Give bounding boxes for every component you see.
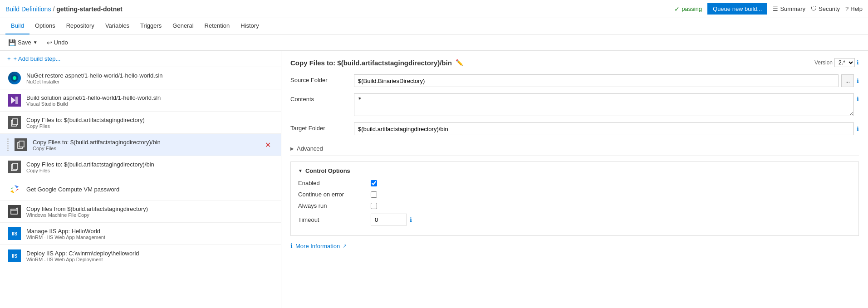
google-icon [7, 182, 22, 196]
tab-variables[interactable]: Variables [100, 18, 135, 34]
always-run-row: Always run [298, 202, 851, 209]
main-content: + + Add build step... NuGet restore aspn… [0, 51, 868, 308]
list-item[interactable]: Copy Files to: $(build.artifactstagingdi… [0, 156, 281, 178]
always-run-label: Always run [298, 202, 371, 209]
edit-title-icon[interactable]: ✏️ [456, 59, 463, 66]
step-subtitle: WinRM - IIS Web App Management [26, 235, 274, 240]
version-select[interactable]: 2.* 1.* [834, 58, 855, 67]
source-folder-browse-button[interactable]: ... [841, 74, 854, 87]
svg-rect-7 [13, 163, 18, 169]
source-folder-info-icon[interactable]: ℹ [857, 78, 859, 84]
header-right: ✓ passing Queue new build... ☰ Summary 🛡… [674, 3, 863, 15]
security-label: Security [819, 5, 840, 12]
iis-deploy-icon: IIS [7, 249, 22, 263]
contents-label: Contents [290, 93, 354, 103]
summary-label: Summary [780, 5, 805, 12]
step-title: Get Google Compute VM password [26, 186, 274, 193]
breadcrumb: Build Definitions / getting-started-dotn… [5, 5, 674, 13]
source-folder-label: Source Folder [290, 74, 354, 83]
help-link[interactable]: ? Help [845, 5, 863, 12]
continue-on-error-checkbox[interactable] [371, 191, 377, 198]
page-title: getting-started-dotnet [56, 5, 122, 13]
advanced-section-header[interactable]: ▶ Advanced [290, 142, 859, 156]
timeout-row: Timeout ℹ [298, 214, 851, 225]
breadcrumb-separator: / [53, 5, 54, 13]
step-title: Copy Files to: $(build.artifactstagingdi… [26, 161, 274, 168]
help-label: Help [850, 5, 863, 12]
step-subtitle: Copy Files [26, 123, 274, 129]
help-icon: ? [845, 5, 848, 12]
step-title: Manage IIS App: HelloWorld [26, 228, 274, 235]
vs-icon [7, 93, 22, 108]
delete-step-button[interactable]: ✕ [262, 140, 274, 150]
nuget-icon [7, 71, 22, 85]
timeout-label: Timeout [298, 216, 371, 223]
tab-repository[interactable]: Repository [61, 18, 100, 34]
security-link[interactable]: 🛡 Security [811, 5, 840, 12]
tab-triggers[interactable]: Triggers [135, 18, 167, 34]
advanced-label: Advanced [297, 145, 323, 152]
step-text: Copy files from $(build.artifactstagingd… [26, 205, 274, 218]
undo-icon: ↩ [47, 39, 52, 46]
list-item[interactable]: Copy files from $(build.artifactstagingd… [0, 200, 281, 223]
step-title: NuGet restore aspnet/1-hello-world/1-hel… [26, 72, 274, 79]
contents-textarea[interactable]: * [354, 93, 854, 116]
step-title: Deploy IIS App: C:\winrm\deploy\hellowor… [26, 250, 274, 257]
list-item[interactable]: Build solution aspnet/1-hello-world/1-he… [0, 89, 281, 112]
enabled-checkbox[interactable] [371, 180, 377, 186]
contents-info-icon[interactable]: ℹ [857, 96, 859, 103]
right-panel-title: Copy Files to: $(build.artifactstagingdi… [290, 58, 859, 67]
tab-general[interactable]: General [167, 18, 199, 34]
undo-label: Undo [54, 39, 68, 46]
target-folder-info-icon[interactable]: ℹ [857, 126, 859, 132]
save-button[interactable]: 💾 Save ▼ [5, 38, 40, 47]
sub-nav: Build Options Repository Variables Trigg… [0, 18, 868, 34]
step-title: Copy Files to: $(build.artifactstagingdi… [33, 139, 262, 146]
undo-button[interactable]: ↩ Undo [44, 38, 71, 47]
continue-on-error-row: Continue on error [298, 191, 851, 198]
add-build-step-button[interactable]: + + Add build step... [0, 51, 281, 67]
step-subtitle: Copy Files [26, 168, 274, 173]
target-folder-input-wrap: ℹ [354, 122, 859, 135]
tab-history[interactable]: History [235, 18, 264, 34]
tab-options[interactable]: Options [29, 18, 61, 34]
tab-retention[interactable]: Retention [199, 18, 235, 34]
task-title-area: Copy Files to: $(build.artifactstagingdi… [290, 59, 463, 67]
list-item[interactable]: Get Google Compute VM password [0, 178, 281, 200]
list-item[interactable]: IIS Manage IIS App: HelloWorld WinRM - I… [0, 223, 281, 245]
always-run-checkbox[interactable] [371, 203, 377, 209]
collapse-icon[interactable]: ▼ [298, 168, 303, 173]
svg-rect-10 [11, 209, 17, 214]
more-information-link[interactable]: ℹ More Information ↗ [290, 242, 859, 249]
breadcrumb-link[interactable]: Build Definitions [5, 5, 51, 13]
toolbar: 💾 Save ▼ ↩ Undo [0, 34, 868, 51]
add-step-label: + Add build step... [14, 55, 61, 62]
target-folder-label: Target Folder [290, 122, 354, 132]
copy-files-icon [7, 160, 22, 174]
list-item[interactable]: IIS Deploy IIS App: C:\winrm\deploy\hell… [0, 245, 281, 267]
timeout-input[interactable] [371, 214, 407, 225]
step-text: NuGet restore aspnet/1-hello-world/1-hel… [26, 72, 274, 84]
top-header: Build Definitions / getting-started-dotn… [0, 0, 868, 18]
timeout-value: ℹ [371, 214, 412, 225]
queue-new-build-button[interactable]: Queue new build... [707, 3, 767, 15]
summary-link[interactable]: ☰ Summary [773, 5, 805, 12]
svg-marker-1 [15, 97, 18, 104]
contents-row: Contents * ℹ [290, 93, 859, 116]
continue-on-error-value [371, 191, 377, 198]
drag-handle[interactable] [7, 138, 10, 151]
save-label: Save [18, 39, 31, 46]
copy-files-icon [7, 115, 22, 130]
version-label: Version [814, 59, 833, 66]
target-folder-input[interactable] [354, 122, 854, 135]
source-folder-input[interactable] [354, 74, 839, 87]
timeout-info-icon[interactable]: ℹ [410, 216, 412, 223]
version-info-icon[interactable]: ℹ [857, 59, 859, 66]
tab-build[interactable]: Build [5, 18, 29, 34]
list-item[interactable]: Copy Files to: $(build.artifactstagingdi… [0, 134, 281, 156]
external-link-icon: ↗ [343, 243, 347, 249]
continue-on-error-label: Continue on error [298, 191, 371, 198]
list-item[interactable]: Copy Files to: $(build.artifactstagingdi… [0, 112, 281, 134]
step-subtitle: WinRM - IIS Web App Deployment [26, 257, 274, 262]
list-item[interactable]: NuGet restore aspnet/1-hello-world/1-hel… [0, 67, 281, 89]
